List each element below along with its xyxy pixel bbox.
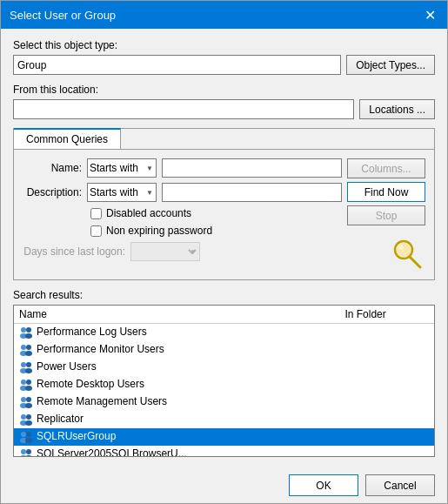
svg-point-22 xyxy=(26,397,31,402)
row-folder xyxy=(339,341,434,359)
row-name: Performance Monitor Users xyxy=(14,341,339,359)
description-text-input[interactable] xyxy=(162,183,342,202)
svg-point-18 xyxy=(26,380,31,385)
logon-dropdown-wrapper xyxy=(130,242,200,261)
tab-common-queries[interactable]: Common Queries xyxy=(14,128,121,149)
group-icon xyxy=(19,343,33,357)
table-row[interactable]: Performance Log Users xyxy=(14,324,434,342)
group-icon xyxy=(19,395,33,409)
non-expiring-label: Non expiring password xyxy=(106,225,212,237)
group-icon xyxy=(19,378,33,392)
stop-button[interactable]: Stop xyxy=(347,205,425,225)
table-row[interactable]: SQLRUserGroup xyxy=(14,428,434,446)
panel-left: Name: Starts with Is exactly Ends with xyxy=(23,158,342,271)
svg-line-2 xyxy=(410,257,420,267)
svg-point-7 xyxy=(25,333,32,339)
title-bar: Select User or Group ✕ xyxy=(1,1,447,29)
svg-point-23 xyxy=(25,403,32,408)
table-row[interactable]: Remote Desktop Users xyxy=(14,376,434,393)
row-name: Replicator xyxy=(14,411,339,428)
panel-content: Name: Starts with Is exactly Ends with xyxy=(14,150,434,279)
svg-point-10 xyxy=(26,345,31,350)
locations-button[interactable]: Locations ... xyxy=(359,99,435,119)
common-queries-panel: Common Queries Name: Starts with Is exac… xyxy=(13,128,435,280)
row-name: Remote Desktop Users xyxy=(14,376,339,393)
name-text-input[interactable] xyxy=(162,158,342,178)
logon-label: Days since last logon: xyxy=(23,245,125,258)
table-row[interactable]: Power Users xyxy=(14,359,434,376)
svg-point-20 xyxy=(21,397,26,402)
columns-button[interactable]: Columns... xyxy=(347,158,425,178)
svg-point-1 xyxy=(397,243,411,257)
group-icon xyxy=(19,413,33,427)
table-row[interactable]: SQLServer2005SQLBrowserU... xyxy=(14,446,434,457)
tab-header: Common Queries xyxy=(14,129,434,150)
disabled-accounts-label: Disabled accounts xyxy=(106,207,191,219)
object-type-label: Select this object type: xyxy=(13,39,435,51)
row-name: Remote Management Users xyxy=(14,393,339,411)
location-row: Locations ... xyxy=(13,99,435,119)
name-field-label: Name: xyxy=(23,162,82,174)
dialog-title: Select User or Group xyxy=(10,9,116,22)
svg-point-8 xyxy=(21,345,26,350)
group-icon xyxy=(19,430,33,444)
disabled-accounts-checkbox[interactable] xyxy=(90,208,102,219)
description-dropdown[interactable]: Starts with Is exactly Ends with xyxy=(87,183,157,202)
search-icon-area xyxy=(347,234,425,271)
logon-row: Days since last logon: xyxy=(23,242,342,261)
row-name: SQLRUserGroup xyxy=(14,428,339,446)
group-icon xyxy=(19,447,33,457)
row-folder xyxy=(339,393,434,411)
svg-point-27 xyxy=(25,420,32,426)
magnifier-icon xyxy=(389,234,425,271)
close-button[interactable]: ✕ xyxy=(421,6,438,24)
row-name: Power Users xyxy=(14,359,339,376)
svg-point-6 xyxy=(26,327,31,333)
object-types-button[interactable]: Object Types... xyxy=(346,55,435,75)
dialog-body: Select this object type: Object Types...… xyxy=(1,29,447,467)
bottom-buttons: OK Cancel xyxy=(1,467,447,503)
svg-point-26 xyxy=(26,414,31,420)
svg-point-15 xyxy=(25,368,32,373)
object-type-input[interactable] xyxy=(13,55,341,75)
svg-point-33 xyxy=(20,455,27,457)
svg-point-19 xyxy=(25,386,32,391)
row-folder xyxy=(339,324,434,342)
object-type-row: Object Types... xyxy=(13,55,435,75)
panel-right: Columns... Find Now Stop xyxy=(347,158,425,271)
svg-point-32 xyxy=(21,449,26,454)
row-folder xyxy=(339,376,434,393)
location-input[interactable] xyxy=(13,99,354,119)
description-row: Description: Starts with Is exactly Ends… xyxy=(23,183,342,202)
name-dropdown-wrapper: Starts with Is exactly Ends with xyxy=(87,158,157,178)
svg-point-4 xyxy=(21,327,26,333)
name-dropdown[interactable]: Starts with Is exactly Ends with xyxy=(87,158,157,178)
find-now-button[interactable]: Find Now xyxy=(347,182,425,202)
row-folder xyxy=(339,428,434,446)
results-table-wrapper[interactable]: Name In Folder Performance Log Users Per… xyxy=(13,305,435,457)
row-name: SQLServer2005SQLBrowserU... xyxy=(14,446,339,457)
row-folder xyxy=(339,359,434,376)
location-label: From this location: xyxy=(13,84,435,96)
row-name: Performance Log Users xyxy=(14,324,339,342)
cancel-button[interactable]: Cancel xyxy=(365,474,435,496)
group-icon xyxy=(19,326,33,339)
table-row[interactable]: Replicator xyxy=(14,411,434,428)
col-name: Name xyxy=(14,306,339,324)
disabled-accounts-row: Disabled accounts xyxy=(90,207,342,219)
col-folder: In Folder xyxy=(339,306,434,324)
svg-point-30 xyxy=(26,432,31,437)
description-dropdown-wrapper: Starts with Is exactly Ends with xyxy=(87,183,157,202)
svg-point-35 xyxy=(25,455,32,457)
select-user-dialog: Select User or Group ✕ Select this objec… xyxy=(0,0,448,504)
svg-point-12 xyxy=(21,362,26,367)
non-expiring-checkbox[interactable] xyxy=(90,225,102,237)
svg-point-34 xyxy=(26,449,31,454)
ok-button[interactable]: OK xyxy=(289,474,358,496)
svg-point-28 xyxy=(21,432,26,437)
table-row[interactable]: Performance Monitor Users xyxy=(14,341,434,359)
table-row[interactable]: Remote Management Users xyxy=(14,393,434,411)
svg-point-16 xyxy=(21,380,26,385)
results-table: Name In Folder Performance Log Users Per… xyxy=(14,306,434,457)
group-icon xyxy=(19,360,33,374)
